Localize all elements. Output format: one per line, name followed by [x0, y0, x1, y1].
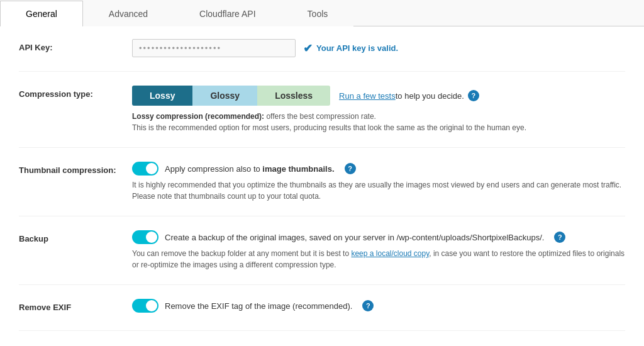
compression-help-icon[interactable]: ? — [468, 90, 479, 101]
api-key-input[interactable] — [132, 39, 296, 57]
compression-type-label: Compression type: — [19, 86, 132, 99]
thumbnail-toggle[interactable] — [132, 162, 158, 176]
glossy-button[interactable]: Glossy — [192, 86, 257, 106]
lossy-button[interactable]: Lossy — [132, 86, 192, 106]
remove-exif-toggle-label: Remove the EXIF tag of the image (recomm… — [165, 301, 352, 311]
thumbnail-desc: It is highly recommended that you optimi… — [132, 179, 625, 202]
tab-cloudflare[interactable]: Cloudflare API — [174, 1, 282, 26]
api-valid-message: ✔ Your API key is valid. — [303, 42, 398, 55]
compression-desc: Lossy compression (recommended): offers … — [132, 111, 625, 133]
page-wrapper: General Advanced Cloudflare API Tools AP… — [0, 0, 644, 346]
remove-exif-toggle[interactable] — [132, 299, 158, 313]
thumbnail-compression-row: Thumbnail compression: Apply compression… — [19, 162, 625, 216]
run-tests-suffix: to help you decide. — [396, 91, 464, 101]
tab-general[interactable]: General — [0, 1, 83, 26]
api-key-label: API Key: — [19, 39, 132, 52]
thumbnail-help-icon[interactable]: ? — [345, 163, 356, 174]
thumbnail-compression-label: Thumbnail compression: — [19, 162, 132, 175]
backup-control: Create a backup of the original images, … — [132, 230, 625, 271]
api-key-row: API Key: ✔ Your API key is valid. — [19, 39, 625, 72]
compression-type-row: Compression type: Lossy Glossy Lossless … — [19, 86, 625, 148]
backup-desc: You can remove the backup folder at any … — [132, 248, 625, 271]
backup-label: Backup — [19, 230, 132, 243]
check-icon: ✔ — [303, 42, 313, 55]
backup-help-icon[interactable]: ? — [554, 232, 565, 243]
remove-exif-control: Remove the EXIF tag of the image (recomm… — [132, 299, 625, 316]
tab-bar: General Advanced Cloudflare API Tools — [0, 0, 644, 26]
exif-help-icon[interactable]: ? — [362, 300, 374, 311]
main-content: API Key: ✔ Your API key is valid. Compre… — [0, 26, 644, 346]
backup-local-copy-link[interactable]: keep a local/cloud copy — [351, 249, 429, 258]
tab-tools[interactable]: Tools — [282, 1, 354, 26]
lossless-button[interactable]: Lossless — [257, 86, 330, 106]
run-tests-link[interactable]: Run a few tests — [339, 91, 396, 101]
remove-exif-label: Remove EXIF — [19, 299, 132, 312]
api-key-control: ✔ Your API key is valid. — [132, 39, 625, 57]
backup-toggle-label: Create a backup of the original images, … — [165, 233, 544, 242]
tab-advanced[interactable]: Advanced — [83, 1, 174, 26]
compression-type-control: Lossy Glossy Lossless Run a few tests to… — [132, 86, 625, 133]
backup-row: Backup Create a backup of the original i… — [19, 230, 625, 285]
remove-exif-row: Remove EXIF Remove the EXIF tag of the i… — [19, 299, 625, 331]
thumbnail-compression-control: Apply compression also to image thumbnai… — [132, 162, 625, 202]
backup-toggle[interactable] — [132, 230, 158, 244]
thumbnail-toggle-label: Apply compression also to image thumbnai… — [165, 164, 335, 174]
compression-buttons: Lossy Glossy Lossless Run a few tests to… — [132, 86, 625, 106]
